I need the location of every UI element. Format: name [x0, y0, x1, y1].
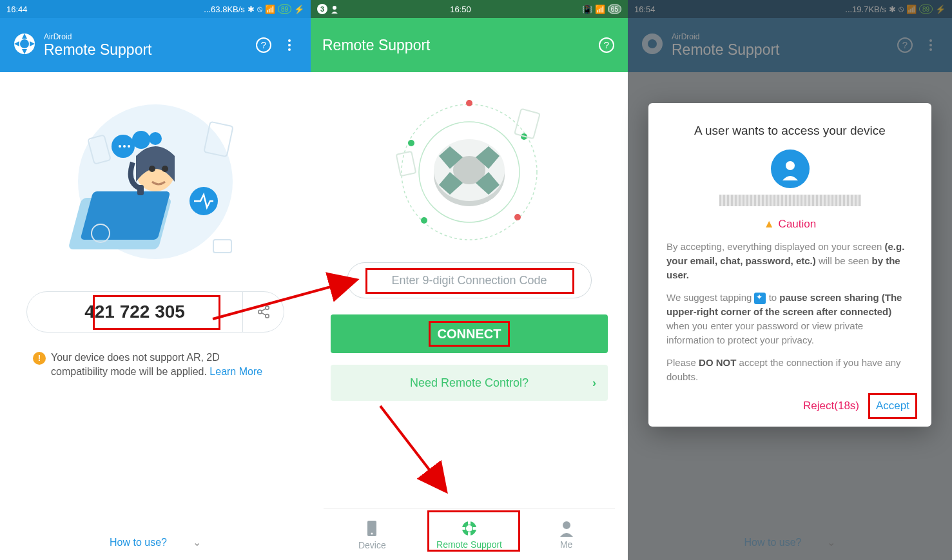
- svg-rect-13: [137, 185, 144, 195]
- status-time: 16:44: [6, 5, 28, 14]
- svg-point-27: [265, 314, 269, 318]
- svg-point-53: [563, 521, 570, 529]
- svg-point-37: [514, 214, 521, 220]
- status-time: 16:50: [450, 5, 471, 14]
- lifebuoy-illustration: [389, 92, 550, 253]
- svg-rect-51: [461, 527, 465, 530]
- device-icon: [365, 519, 379, 537]
- tab-me[interactable]: Me: [518, 509, 615, 560]
- how-to-use-link[interactable]: How to use?⌄: [0, 536, 311, 548]
- dialog-title: A user wants to access your device: [666, 124, 913, 138]
- status-bar: 16:44 ...63.8KB/s ✱ ⦸ 📶 89 ⚡: [0, 0, 311, 18]
- connection-code[interactable]: 421 722 305: [27, 302, 242, 322]
- svg-point-1: [20, 39, 29, 48]
- svg-line-28: [261, 309, 265, 311]
- caution-icon: ▲: [764, 218, 775, 230]
- svg-point-6: [288, 48, 291, 51]
- reject-button[interactable]: Reject(18s): [803, 400, 859, 412]
- dnd-icon: ⦸: [257, 4, 262, 14]
- connection-code-input[interactable]: Enter 9-digit Connection Code: [347, 262, 592, 298]
- svg-point-12: [162, 166, 168, 172]
- caution-label: ▲Caution: [666, 218, 913, 231]
- app-bar: Remote Support ?: [311, 18, 628, 72]
- svg-point-17: [119, 145, 121, 148]
- svg-point-5: [288, 44, 291, 46]
- app-subtitle: AirDroid: [44, 32, 248, 41]
- svg-rect-44: [514, 109, 539, 139]
- status-net: ...63.8KB/s: [204, 5, 245, 14]
- screen-accept-dialog: 16:54 ...19.7KB/s ✱ ⦸ 📶 89 ⚡ AirDroid Re…: [628, 0, 952, 560]
- svg-point-48: [466, 525, 472, 532]
- need-remote-control-button[interactable]: Need Remote Control? ›: [331, 365, 608, 401]
- main-content: 421 722 305 ! Your device does not suppo…: [0, 72, 311, 560]
- battery-indicator: 89: [278, 5, 291, 14]
- svg-point-20: [189, 187, 218, 215]
- share-button[interactable]: [242, 292, 284, 332]
- svg-point-4: [288, 39, 291, 42]
- screen-sender: 16:44 ...63.8KB/s ✱ ⦸ 📶 89 ⚡ AirDroid Re…: [0, 0, 311, 560]
- wifi-icon: 📶: [595, 5, 605, 14]
- person-icon: [330, 5, 339, 14]
- bluetooth-icon: ✱: [248, 5, 255, 14]
- charge-icon: ⚡: [294, 5, 304, 14]
- ar-warning: ! Your device does not support AR, 2D co…: [33, 351, 278, 380]
- help-icon[interactable]: ?: [254, 35, 273, 55]
- accept-button[interactable]: Accept: [872, 397, 913, 415]
- support-illustration: [65, 92, 246, 272]
- svg-point-18: [123, 145, 126, 148]
- warning-text: Your device does not support AR, 2D comp…: [51, 352, 220, 377]
- bottom-tab-bar: Device Remote Support Me: [324, 508, 615, 560]
- connection-code-pill: 421 722 305: [26, 291, 284, 333]
- svg-rect-43: [396, 151, 416, 176]
- app-title: Remote Support: [322, 37, 590, 54]
- svg-point-15: [132, 131, 150, 149]
- svg-point-39: [408, 140, 414, 146]
- dialog-paragraph-2: We suggest tapping to pause screen shari…: [666, 291, 913, 347]
- app-bar: AirDroid Remote Support ?: [0, 18, 311, 72]
- chevron-right-icon: ›: [592, 376, 596, 390]
- battery-indicator: 65: [608, 5, 621, 14]
- lifebuoy-icon: [461, 520, 478, 537]
- user-avatar-icon: [771, 150, 810, 188]
- overflow-menu-icon[interactable]: [280, 35, 299, 55]
- screen-receiver: 3 16:50 📳 📶 65 Remote Support ?: [311, 0, 628, 560]
- svg-rect-50: [468, 532, 471, 536]
- dialog-paragraph-1: By accepting, everything displayed on yo…: [666, 240, 913, 282]
- svg-point-30: [333, 6, 336, 10]
- app-logo-icon: [12, 31, 37, 59]
- svg-rect-24: [213, 240, 231, 253]
- pause-share-icon: [754, 293, 766, 304]
- connect-button[interactable]: CONNECT: [331, 314, 608, 353]
- tab-device[interactable]: Device: [324, 509, 421, 560]
- svg-rect-52: [473, 527, 477, 530]
- tab-remote-support[interactable]: Remote Support: [421, 509, 518, 560]
- notification-badge: 3: [317, 4, 327, 14]
- main-content: Enter 9-digit Connection Code CONNECT Ne…: [311, 72, 628, 560]
- svg-rect-49: [468, 521, 471, 525]
- wifi-icon: 📶: [265, 5, 275, 14]
- app-title: Remote Support: [44, 41, 248, 59]
- svg-point-19: [128, 145, 130, 148]
- status-bar: 3 16:50 📳 📶 65: [311, 0, 628, 18]
- access-request-dialog: A user wants to access your device ▲Caut…: [648, 103, 931, 427]
- svg-point-35: [466, 100, 472, 106]
- svg-line-29: [261, 313, 265, 315]
- svg-rect-10: [80, 191, 170, 240]
- help-icon[interactable]: ?: [597, 35, 616, 55]
- learn-more-link[interactable]: Learn More: [209, 366, 262, 377]
- chevron-down-icon: ⌄: [193, 536, 201, 548]
- vibrate-icon: 📳: [582, 5, 592, 14]
- person-icon: [559, 520, 574, 537]
- svg-point-38: [421, 217, 427, 224]
- user-name-redacted: [719, 195, 861, 206]
- svg-text:?: ?: [261, 39, 266, 50]
- svg-point-46: [371, 532, 373, 534]
- svg-point-26: [258, 310, 262, 314]
- dialog-paragraph-3: Please DO NOT accept the connection if y…: [666, 356, 913, 384]
- svg-point-16: [149, 132, 162, 145]
- svg-point-61: [786, 161, 795, 170]
- warning-icon: !: [33, 352, 46, 365]
- input-placeholder: Enter 9-digit Connection Code: [391, 274, 547, 287]
- svg-point-25: [265, 306, 269, 310]
- svg-point-11: [149, 166, 155, 172]
